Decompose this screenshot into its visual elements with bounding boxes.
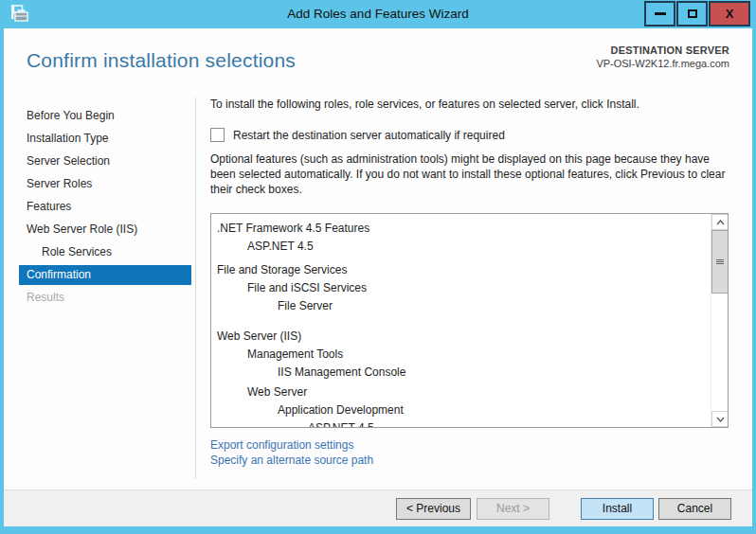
server-manager-icon <box>9 4 30 25</box>
optional-features-note: Optional features (such as administratio… <box>210 151 734 197</box>
selection-list-item: ASP.NET 4.5 <box>211 419 728 428</box>
scroll-up-icon <box>716 220 725 225</box>
list-scrollbar[interactable] <box>711 214 728 427</box>
restart-checkbox-label: Restart the destination server automatic… <box>233 129 505 142</box>
page-title: Confirm installation selections <box>27 49 296 72</box>
selection-list-item: Application Development <box>211 401 728 419</box>
sidebar-item-features[interactable]: Features <box>19 197 191 217</box>
wizard-content: Confirm installation selections DESTINAT… <box>4 28 752 526</box>
close-button[interactable]: X <box>709 1 750 27</box>
titlebar: Add Roles and Features Wizard X <box>4 0 752 28</box>
minimize-button[interactable] <box>644 1 675 27</box>
export-configuration-settings-link[interactable]: Export configuration settings <box>210 437 373 453</box>
selection-list-item: Web Server (IIS) <box>211 328 728 346</box>
sidebar-item-server-selection[interactable]: Server Selection <box>19 151 191 171</box>
selection-list-item: File and iSCSI Services <box>211 279 728 297</box>
cancel-button[interactable]: Cancel <box>658 498 731 520</box>
destination-server-block: DESTINATION SERVER VP-OSI-W2K12.fr.mega.… <box>596 44 729 69</box>
selection-list-item: ASP.NET 4.5 <box>211 238 728 256</box>
wizard-window: Add Roles and Features Wizard X Confirm … <box>0 0 756 534</box>
scroll-up-button[interactable] <box>711 214 729 230</box>
scroll-down-button[interactable] <box>711 411 729 427</box>
selection-list-item: File Server <box>211 297 728 315</box>
instruction-text: To install the following roles, role ser… <box>210 98 737 111</box>
maximize-button[interactable] <box>676 1 708 27</box>
maximize-icon <box>688 9 697 18</box>
window-controls: X <box>643 1 750 27</box>
sidebar-item-server-roles[interactable]: Server Roles <box>19 174 191 194</box>
minimize-icon <box>655 12 666 15</box>
scrollbar-thumb[interactable] <box>711 230 729 294</box>
restart-checkbox[interactable] <box>210 128 225 142</box>
destination-server-label: DESTINATION SERVER <box>596 44 729 56</box>
selection-list-item: .NET Framework 4.5 Features <box>211 220 728 238</box>
install-button[interactable]: Install <box>581 498 654 520</box>
sidebar-item-confirmation[interactable]: Confirmation <box>19 265 191 285</box>
selection-list-item: IIS Management Console <box>211 364 728 382</box>
sidebar-item-results: Results <box>19 288 191 308</box>
sidebar-item-before-you-begin[interactable]: Before You Begin <box>19 106 191 126</box>
destination-server-name: VP-OSI-W2K12.fr.mega.com <box>596 58 729 69</box>
selection-list-item: File and Storage Services <box>211 261 728 279</box>
selection-list-item: Web Server <box>211 383 728 401</box>
button-bar: < PreviousNext >InstallCancel <box>4 490 752 526</box>
footer-links: Export configuration settingsSpecify an … <box>210 437 373 468</box>
selected-features-list[interactable]: .NET Framework 4.5 FeaturesASP.NET 4.5Fi… <box>210 213 729 428</box>
next-button: Next > <box>477 498 549 520</box>
scroll-down-icon <box>716 417 725 422</box>
specify-an-alternate-source-path-link[interactable]: Specify an alternate source path <box>210 453 373 468</box>
selection-list-item: Management Tools <box>211 346 728 364</box>
window-title: Add Roles and Features Wizard <box>4 0 752 28</box>
sidebar-item-web-server-role-iis[interactable]: Web Server Role (IIS) <box>19 220 191 240</box>
sidebar-item-installation-type[interactable]: Installation Type <box>19 129 191 149</box>
close-icon: X <box>726 7 734 21</box>
scrollbar-grip <box>716 259 724 260</box>
previous-button[interactable]: < Previous <box>396 498 471 520</box>
wizard-steps-sidebar: Before You BeginInstallation TypeServer … <box>4 98 196 479</box>
restart-checkbox-row: Restart the destination server automatic… <box>210 128 505 142</box>
sidebar-item-role-services[interactable]: Role Services <box>19 242 191 262</box>
